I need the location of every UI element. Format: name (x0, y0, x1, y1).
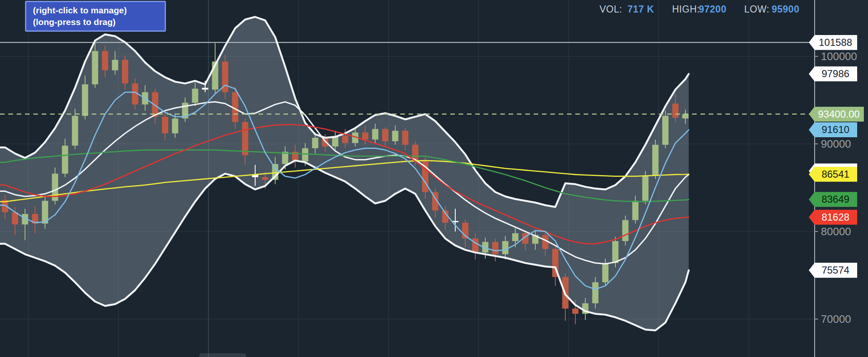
tooltip-line-2: (long-press to drag) (33, 16, 165, 28)
sma-green-price-label: 83649 (809, 192, 857, 207)
candle-body (342, 136, 349, 143)
candle-body (662, 116, 669, 145)
candle-body (612, 241, 619, 263)
tick-mark (814, 56, 818, 57)
candle-body (642, 176, 649, 201)
tick-mark (814, 231, 818, 232)
candle-body (382, 129, 389, 141)
candle-body (122, 60, 128, 83)
candle-body (622, 220, 629, 241)
candle-body (472, 239, 479, 253)
candle-body (602, 263, 609, 282)
candle-body (672, 103, 679, 118)
tooltip-line-1: (right-click to manage) (33, 5, 165, 16)
candle-body (632, 201, 639, 220)
sma-red-price-label: 81628 (809, 210, 857, 225)
candle-body (192, 89, 198, 103)
bb-upper-price-label: 97986 (809, 66, 857, 81)
candle-body (92, 51, 98, 84)
hline-price-label: 101588 (809, 35, 857, 50)
candle-body (412, 145, 419, 161)
tick-mark (814, 143, 818, 144)
candle-body (72, 116, 78, 146)
candle-body (682, 114, 689, 119)
drawn-line-price-label: 93400.00 (809, 107, 864, 122)
candle-body (302, 148, 309, 162)
candle-body (312, 138, 319, 148)
bb-lower-price-label: 75574 (809, 263, 857, 278)
candle-body (82, 84, 88, 116)
candle-body (62, 146, 68, 173)
candle-doji (202, 88, 208, 90)
candle-body (392, 131, 399, 141)
candle-body (512, 233, 519, 241)
candle-body (162, 117, 168, 133)
candle-body (262, 177, 268, 180)
candle-body (242, 122, 248, 156)
candle-body (592, 282, 599, 303)
candle-body (362, 133, 369, 140)
price-chart-canvas[interactable] (0, 0, 868, 357)
drawing-hint-tooltip: (right-click to manage) (long-press to d… (25, 1, 166, 32)
candle-body (112, 60, 118, 70)
tick-mark (814, 319, 818, 319)
candle-body (572, 309, 579, 314)
candle-body (492, 242, 499, 254)
sma-yellow-price-label: 86541 (809, 167, 857, 182)
candle-body (502, 241, 509, 254)
ema-blue-price-label: 91610 (809, 122, 857, 137)
candle-body (102, 51, 108, 70)
trading-chart-window: VOL: 717 K HIGH: 97200 LOW: 95900 (right… (0, 0, 868, 357)
price-axis[interactable]: 1000009000080000700001015889798693400.00… (814, 0, 868, 357)
candle-body (652, 145, 659, 176)
candle-body (372, 129, 379, 139)
time-axis-chip (199, 353, 246, 357)
candle-body (402, 131, 409, 145)
candle-body (172, 118, 178, 133)
